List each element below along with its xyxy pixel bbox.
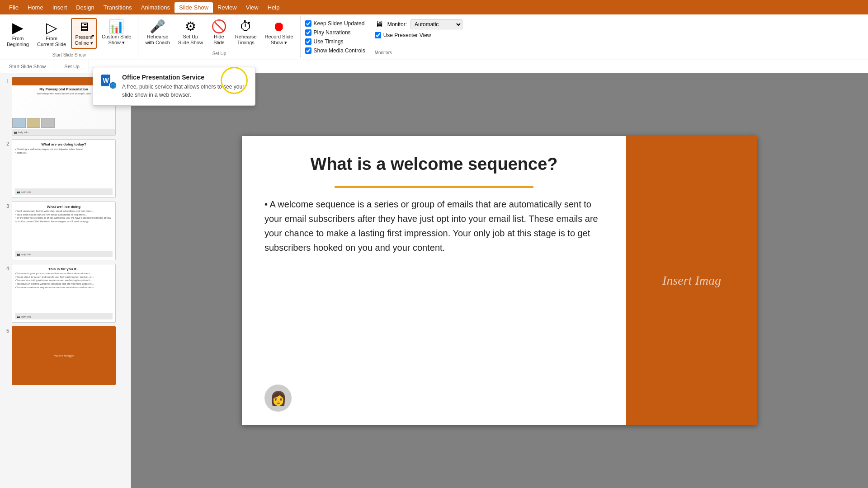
play-narrations-item: Play Narrations xyxy=(305,29,365,36)
slide-thumb-4[interactable]: 4 This is for you if... • You want to gr… xyxy=(3,264,128,323)
menu-file[interactable]: File xyxy=(5,2,23,13)
slide-divider xyxy=(335,186,533,188)
use-presenter-view-checkbox[interactable] xyxy=(375,32,381,38)
record-icon: ⏺ xyxy=(273,20,285,33)
slide-body: A welcome sequence is a series or group … xyxy=(264,197,604,255)
slide-img-4[interactable]: This is for you if... • You want to grow… xyxy=(12,264,116,323)
rehearse-timings-icon: ⏱ xyxy=(240,20,252,33)
rehearse-coach-label: Rehearsewith Coach xyxy=(145,34,170,46)
slide-num-1: 1 xyxy=(3,77,9,84)
slide-thumb-5[interactable]: 5 Insert Image xyxy=(3,326,128,385)
record-slide-show-button[interactable]: ⏺ Record SlideShow ▾ xyxy=(262,18,297,48)
present-online-icon: 🖥 xyxy=(78,21,90,33)
slide-img-3[interactable]: What we'll be doing • You'll understand … xyxy=(12,202,116,260)
rehearse-coach-button[interactable]: 🎤 Rehearsewith Coach xyxy=(142,18,173,48)
slide-left: What is a welcome sequence? A welcome se… xyxy=(242,136,626,425)
slide-right-text: Insert Imag xyxy=(662,273,721,288)
slide-canvas: What is a welcome sequence? A welcome se… xyxy=(242,136,757,425)
use-timings-item: Use Timings xyxy=(305,38,365,45)
present-online-dropdown[interactable]: W 🌐 Office Presentation Service A free, … xyxy=(93,67,255,106)
slide-num-5: 5 xyxy=(3,326,9,333)
ribbon-group-setup-buttons: 🎤 Rehearsewith Coach ⚙ Set UpSlide Show … xyxy=(138,16,300,58)
set-up-icon: ⚙ xyxy=(185,20,196,33)
rehearse-coach-icon: 🎤 xyxy=(150,20,165,33)
ribbon-group-start-slide: ▶ FromBeginning ▷ FromCurrent Slide 🖥 Pr… xyxy=(0,16,138,58)
hide-slide-label: HideSlide xyxy=(213,34,224,46)
use-timings-label: Use Timings xyxy=(314,38,344,45)
slide-bullet-1: A welcome sequence is a series or group … xyxy=(264,197,604,255)
from-beginning-label: FromBeginning xyxy=(7,36,29,47)
slide-num-2: 2 xyxy=(3,139,9,146)
show-media-controls-item: Show Media Controls xyxy=(305,47,365,54)
set-up-label: Set UpSlide Show xyxy=(178,34,203,46)
setup-label: Set Up xyxy=(142,50,296,56)
slide-title: What is a welcome sequence? xyxy=(264,154,604,175)
custom-slide-show-button[interactable]: 📊 Custom SlideShow ▾ xyxy=(99,18,134,48)
show-media-controls-label: Show Media Controls xyxy=(314,47,365,54)
present-online-label: PresentOnline ▾ xyxy=(75,34,93,46)
menu-home[interactable]: Home xyxy=(23,2,48,13)
setup-section-label: Set Up xyxy=(55,60,89,72)
menu-bar: File Home Insert Design Transitions Anim… xyxy=(0,0,868,14)
main-area: 1 My Powerpoint Presentation Workshop wi… xyxy=(0,73,868,488)
keep-slides-updated-label: Keep Slides Updated xyxy=(314,20,365,27)
start-slide-label: Start Slide Show xyxy=(4,52,134,57)
from-beginning-button[interactable]: ▶ FromBeginning xyxy=(4,18,32,50)
menu-insert[interactable]: Insert xyxy=(48,2,72,13)
slide-right: Insert Imag xyxy=(626,136,757,425)
menu-design[interactable]: Design xyxy=(71,2,99,13)
rehearse-timings-label: RehearseTimings xyxy=(235,34,257,46)
canvas-area: What is a welcome sequence? A welcome se… xyxy=(131,73,868,488)
menu-slideshow[interactable]: Slide Show xyxy=(175,2,213,13)
hide-slide-button[interactable]: 🚫 HideSlide xyxy=(208,18,230,48)
keep-slides-updated-checkbox[interactable] xyxy=(305,20,311,27)
rehearse-timings-button[interactable]: ⏱ RehearseTimings xyxy=(232,18,260,48)
ribbon: ▶ FromBeginning ▷ FromCurrent Slide 🖥 Pr… xyxy=(0,14,868,73)
present-online-button[interactable]: 🖥 PresentOnline ▾ xyxy=(71,18,97,49)
play-narrations-checkbox[interactable] xyxy=(305,29,311,36)
slide-num-3: 3 xyxy=(3,202,9,209)
office-service-icon: W 🌐 xyxy=(100,74,117,93)
use-presenter-view-label: Use Presenter View xyxy=(383,32,431,38)
from-current-label: FromCurrent Slide xyxy=(37,36,66,47)
use-timings-checkbox[interactable] xyxy=(305,38,311,45)
ribbon-group-checks: Keep Slides Updated Play Narrations Use … xyxy=(301,16,370,58)
menu-transitions[interactable]: Transitions xyxy=(99,2,137,13)
start-slide-section-label: Start Slide Show xyxy=(0,60,55,72)
play-current-icon: ▷ xyxy=(46,20,57,35)
hide-slide-icon: 🚫 xyxy=(211,20,227,33)
dropdown-title: Office Presentation Service xyxy=(122,74,248,81)
monitor-icon: 🖥 xyxy=(375,19,384,29)
set-up-slide-show-button[interactable]: ⚙ Set UpSlide Show xyxy=(175,18,206,48)
menu-help[interactable]: Help xyxy=(263,2,284,13)
from-current-slide-button[interactable]: ▷ FromCurrent Slide xyxy=(34,18,69,50)
menu-animations[interactable]: Animations xyxy=(137,2,175,13)
record-label: Record SlideShow ▾ xyxy=(265,34,293,46)
play-beginning-icon: ▶ xyxy=(12,20,24,35)
slide-img-5[interactable]: Insert Image xyxy=(12,326,116,385)
dropdown-description: A free, public service that allows other… xyxy=(122,83,248,99)
monitor-label: Monitor: xyxy=(387,21,407,28)
slide-thumb-2[interactable]: 2 What are we doing today? • Creating a … xyxy=(3,139,128,198)
custom-show-icon: 📊 xyxy=(108,20,124,33)
slide-panel[interactable]: 1 My Powerpoint Presentation Workshop wi… xyxy=(0,73,131,488)
custom-show-label: Custom SlideShow ▾ xyxy=(102,34,131,46)
menu-review[interactable]: Review xyxy=(213,2,241,13)
use-presenter-view-item: Use Presenter View xyxy=(375,32,462,38)
svg-text:🌐: 🌐 xyxy=(110,83,116,89)
monitor-select[interactable]: Automatic Primary Monitor xyxy=(410,19,462,29)
dropdown-content: Office Presentation Service A free, publ… xyxy=(122,74,248,99)
menu-view[interactable]: View xyxy=(241,2,263,13)
show-media-controls-checkbox[interactable] xyxy=(305,47,311,54)
slide-thumb-3[interactable]: 3 What we'll be doing • You'll understan… xyxy=(3,202,128,260)
svg-text:W: W xyxy=(103,77,109,84)
ribbon-group-monitors: 🖥 Monitor: Automatic Primary Monitor Use… xyxy=(370,16,467,58)
slide-img-2[interactable]: What are we doing today? • Creating a we… xyxy=(12,139,116,198)
monitors-group-label: Monitors xyxy=(375,49,462,55)
slide-num-4: 4 xyxy=(3,264,9,271)
keep-slides-updated-item: Keep Slides Updated xyxy=(305,20,365,27)
play-narrations-label: Play Narrations xyxy=(314,29,351,36)
